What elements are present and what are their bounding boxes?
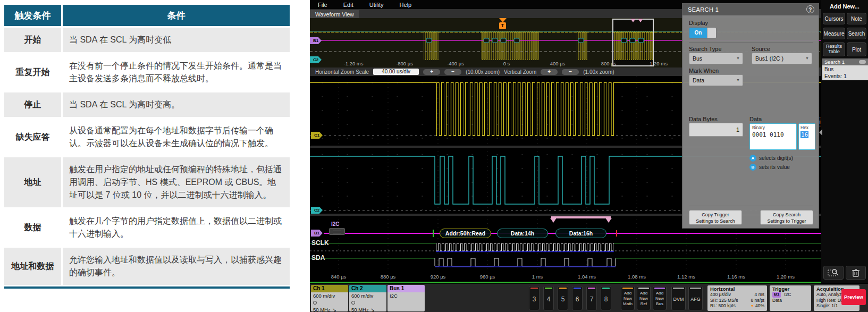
search-type-dropdown[interactable]: Bus ▼ (689, 53, 743, 64)
decode-box-address: Addr:50h:Read (440, 229, 491, 238)
menu-file[interactable]: File (310, 2, 335, 8)
data-bytes-field[interactable]: 1 (689, 123, 743, 137)
table-row: 地址 触发在用户指定的地址或任何预编程的特殊地址，包括通用调用、启动字节、HS … (4, 157, 290, 207)
hex-field[interactable]: Hex 16 (798, 123, 815, 150)
overview-time-label: -400 µs (447, 61, 464, 66)
badge-pointer-icon (819, 129, 822, 136)
menu-edit[interactable]: Edit (335, 2, 361, 8)
zoom-timeline: 840 µs 880 µs 920 µs 960 µs 1 ms 1.04 ms… (310, 272, 821, 283)
delete-button[interactable] (846, 266, 866, 280)
ch5-button[interactable]: 5 (558, 286, 568, 310)
add-measure-button[interactable]: Measure (823, 28, 845, 39)
vertical-zoom-label: Vertical Zoom (504, 69, 536, 75)
display-toggle[interactable]: On (689, 27, 717, 39)
scope-main-area: File Edit Utility Help Waveform View (310, 0, 821, 283)
table-row: 重复开始 在没有前一个停止条件的情况下发生开始条件。通常是当主设备发送多条消息而… (4, 54, 290, 91)
probe-icon (313, 301, 317, 305)
table-row: 数据 触发在几个字节的用户指定数据值上，数据值以二进制或十六进制输入。 (4, 209, 290, 246)
ch8-button[interactable]: 8 (601, 286, 611, 310)
search1-result-header[interactable]: Search 1 (822, 58, 868, 65)
add-search-button[interactable]: Search (847, 28, 866, 39)
h-zoom-in-button[interactable]: + (423, 69, 440, 75)
time-label: 1.04 ms (578, 274, 596, 280)
data-value-box: Binary 0001 0110 Hex 16 (749, 123, 815, 150)
sda-label: SDA (311, 254, 325, 262)
dvm-button[interactable]: DVM (671, 286, 686, 310)
trigger-conditions-table: 触发条件 条件 开始 当 SDA 在 SCL 为高时变低 重复开始 在没有前一个… (4, 5, 290, 289)
bus1-status-badge[interactable]: Bus 1 I2C (387, 285, 425, 311)
table-bottom-border (4, 286, 290, 289)
ch4-color-stripe (545, 288, 552, 289)
ch3-button[interactable]: 3 (529, 286, 540, 310)
add-results-table-button[interactable]: Results Table (823, 43, 845, 56)
ch2-scale: 600 m/div (351, 293, 384, 299)
overview-time-label: 800 µs (601, 61, 617, 66)
toggle-knob (707, 28, 716, 38)
knob-b-hint: B sets its value (749, 164, 790, 171)
menu-utility[interactable]: Utility (361, 2, 392, 8)
time-label: 1 ms (532, 274, 543, 280)
overview-time-label: -800 µs (396, 61, 413, 66)
collapse-pill-icon[interactable] (859, 60, 866, 64)
hex-value: 16 (800, 131, 808, 138)
v-zoom-out-button[interactable]: − (562, 69, 579, 75)
chevron-down-icon: ▼ (805, 53, 809, 64)
divider (689, 42, 813, 43)
search-mark-icon (630, 19, 636, 22)
trigger-settings-panel[interactable]: Trigger B1I2C Data (770, 285, 811, 311)
binary-field[interactable]: Binary 0001 0110 (749, 123, 797, 150)
add-new-bus-button[interactable]: Add New Bus (653, 286, 667, 310)
ch2-status-badge[interactable]: Ch 2 600 m/div 50 MHz↘ (349, 285, 386, 311)
time-label: 960 µs (480, 274, 495, 280)
add-new-math-button[interactable]: Add New Math (621, 286, 635, 310)
overview-time-label: -1.20 ms (344, 61, 364, 66)
sclk-label: SCLK (311, 239, 329, 247)
trash-icon (852, 268, 859, 277)
bw-limit-icon: ↘ (370, 307, 375, 311)
overview-zoom-window[interactable] (612, 19, 654, 66)
ch4-button[interactable]: 4 (543, 286, 554, 310)
math-color-stripe (622, 288, 633, 289)
h-zoom-out-button[interactable]: − (444, 69, 461, 75)
add-plot-button[interactable]: Plot (847, 43, 866, 56)
hex-caption: Hex (800, 125, 813, 130)
ch6-button[interactable]: 6 (572, 286, 583, 310)
preview-button[interactable]: Preview (841, 289, 866, 305)
search1-result-badge[interactable]: Bus Events: 1 (822, 65, 868, 80)
copy-trigger-to-search-button[interactable]: Copy Trigger Settings to Search (689, 210, 742, 225)
mark-when-label: Mark When (689, 68, 719, 74)
ch3-color-stripe (530, 288, 538, 289)
decode-box-data1: Data:14h (497, 229, 548, 238)
afg-stripe (690, 288, 701, 289)
v-zoom-in-button[interactable]: + (541, 69, 558, 75)
panel-drag-grip[interactable]: ⋮⋮ (816, 118, 823, 125)
add-new-ref-button[interactable]: Add New Ref (637, 286, 651, 310)
horizontal-settings-panel[interactable]: Horizontal 400 µs/div4 ms SR: 125 MS/s8 … (707, 285, 767, 311)
help-icon[interactable]: ? (806, 5, 814, 13)
bw-limit-icon: ↘ (332, 307, 336, 311)
zoom-mode-button[interactable] (823, 266, 844, 280)
table-row: 地址和数据 允许您输入地址和数据值以及读取与写入，以捕获感兴趣的确切事件。 (4, 248, 290, 285)
mark-when-dropdown[interactable]: Data ▼ (689, 74, 743, 86)
decode-box-data2: Data:16h (555, 229, 606, 238)
search-result-bracket (551, 216, 611, 218)
add-note-button[interactable]: Note (847, 13, 866, 24)
ch1-status-badge[interactable]: Ch 1 600 m/div 50 MHz↘ (311, 285, 348, 311)
trigger-table-panel: 触发条件 条件 开始 当 SDA 在 SCL 为高时变低 重复开始 在没有前一个… (0, 0, 310, 312)
trigger-triangle-icon (499, 18, 507, 22)
search-panel-title-bar[interactable]: SEARCH 1 ? (682, 4, 819, 15)
bus-handle[interactable] (329, 228, 345, 235)
copy-search-to-trigger-button[interactable]: Copy Search Settings to Trigger (760, 210, 813, 225)
source-dropdown[interactable]: Bus1 (I2C ) ▼ (752, 53, 812, 64)
table-row: 缺失应答 从设备通常配置为在每个地址和数据字节后传输一个确认。示波器可以在从设备… (4, 119, 290, 156)
table-header-condition: 条件 (63, 5, 290, 26)
add-cursors-button[interactable]: Cursors (823, 13, 845, 24)
trigger-position-marker[interactable]: T (497, 18, 509, 31)
horizontal-zoom-scale-value[interactable]: 40.00 us/div (373, 69, 419, 75)
menu-help[interactable]: Help (392, 2, 420, 8)
ch1-bandwidth: 50 MHz (313, 307, 331, 311)
data-bytes-label: Data Bytes (689, 116, 718, 122)
ch7-button[interactable]: 7 (586, 286, 597, 310)
afg-button[interactable]: AFG (688, 286, 703, 310)
search-mark-icon (638, 19, 643, 22)
